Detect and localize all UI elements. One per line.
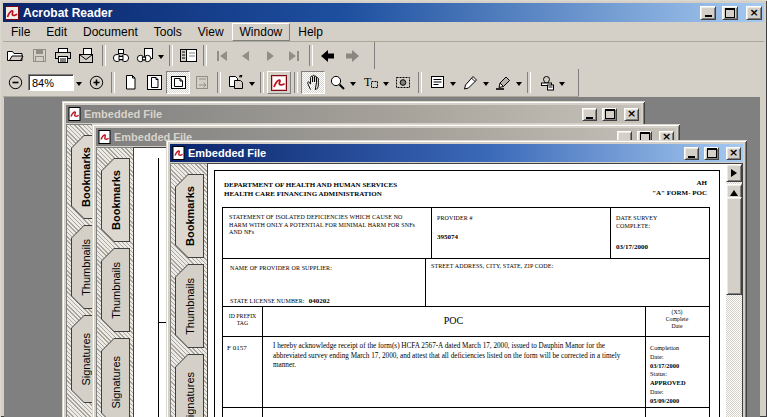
nav-pane-toggle-button[interactable] (726, 164, 742, 182)
nav-pane-button[interactable] (176, 44, 200, 67)
middle-tab-bookmarks[interactable]: Bookmarks (101, 158, 130, 242)
embedded-file-window-front[interactable]: Embedded File × Bookmarks Thumbnails Sig… (166, 140, 747, 417)
toolbar-separator (203, 45, 207, 66)
fit-width-icon (170, 74, 187, 91)
menu-tools[interactable]: Tools (146, 23, 190, 41)
stamp-tool-dropdown-arrow[interactable] (559, 82, 565, 89)
back-window-titlebar[interactable]: Embedded File × (66, 105, 641, 123)
search-button[interactable] (133, 44, 157, 67)
page-layout-button[interactable] (224, 71, 248, 94)
text-select-icon: T (361, 74, 379, 91)
doc-date-survey-value: 03/17/2000 (616, 243, 648, 251)
vertical-scrollbar[interactable] (726, 164, 742, 417)
front-window-minimize-button[interactable] (684, 147, 699, 160)
find-button[interactable] (109, 44, 133, 67)
up-arrow-icon (730, 186, 738, 196)
menu-window[interactable]: Window (232, 23, 291, 41)
front-tab-bookmarks[interactable]: Bookmarks (175, 174, 204, 258)
text-select-button[interactable]: T (358, 71, 382, 94)
page-layout-dropdown-arrow[interactable] (249, 82, 255, 89)
front-window-maximize-button[interactable] (704, 147, 719, 160)
text-select-dropdown-arrow[interactable] (383, 82, 389, 89)
menu-view[interactable]: View (190, 23, 232, 41)
middle-tab-thumbnails[interactable]: Thumbnails (101, 248, 130, 332)
open-icon (6, 47, 24, 64)
stamp-tool-button[interactable] (534, 71, 558, 94)
zoom-out-button[interactable] (3, 71, 27, 94)
fit-page-button[interactable] (142, 71, 166, 94)
doc-col3-header: (X5) Complete Date (645, 309, 709, 330)
pencil-tool-button[interactable] (458, 71, 482, 94)
actual-size-icon (122, 74, 139, 91)
doc-name-label: NAME OF PROVIDER OR SUPPLIER: (230, 265, 332, 273)
back-window-maximize-button[interactable] (602, 108, 617, 121)
app-close-button[interactable]: × (746, 6, 762, 20)
zoom-tool-dropdown-arrow[interactable] (350, 82, 356, 89)
find-icon (112, 47, 130, 64)
highlight-tool-button[interactable] (491, 71, 515, 94)
last-page-button[interactable] (282, 44, 306, 67)
note-tool-dropdown-arrow[interactable] (450, 82, 456, 89)
first-page-button[interactable] (210, 44, 234, 67)
front-window-close-button[interactable]: × (726, 147, 741, 160)
doc-corner-code: AH (697, 179, 708, 188)
acrobat-button[interactable] (267, 71, 291, 94)
actual-size-button[interactable] (118, 71, 142, 94)
go-back-button[interactable] (316, 44, 340, 67)
fit-width-button[interactable] (166, 71, 190, 94)
front-window-titlebar[interactable]: Embedded File × (170, 144, 743, 162)
print-button[interactable] (51, 44, 75, 67)
next-page-button[interactable] (258, 44, 282, 67)
search-dropdown-arrow[interactable] (158, 55, 164, 62)
app-minimize-button[interactable] (700, 6, 716, 20)
doc-street-label: STREET ADDRESS, CITY, STATE, ZIP CODE: (431, 263, 553, 271)
go-forward-button[interactable] (340, 44, 364, 67)
doc-agency-line2: HEALTH CARE FINANCING ADMINISTRATION (224, 190, 382, 199)
open-button[interactable] (3, 44, 27, 67)
note-tool-button[interactable] (425, 71, 449, 94)
email-button[interactable] (75, 44, 99, 67)
scrollbar-thumb[interactable] (726, 197, 742, 295)
back-window-close-button[interactable]: × (624, 108, 639, 121)
right-arrow-icon (731, 169, 741, 177)
pencil-icon (462, 74, 479, 91)
zoom-dropdown-arrow[interactable] (76, 82, 82, 89)
highlight-tool-dropdown-arrow[interactable] (516, 82, 522, 89)
app-maximize-button[interactable] (722, 6, 738, 20)
table-line (431, 208, 432, 258)
zoom-out-icon (7, 74, 24, 91)
graphics-select-icon (394, 74, 412, 91)
pdf-file-icon (172, 146, 185, 160)
zoom-level-input[interactable]: 84% (28, 74, 74, 91)
doc-tag-value: F 0157 (227, 344, 247, 352)
doc-license-row: STATE LICENSE NUMBER: 040202 (230, 289, 330, 307)
forward-icon (343, 48, 361, 64)
hand-tool-button[interactable] (301, 71, 325, 94)
save-button[interactable] (27, 44, 51, 67)
app-titlebar[interactable]: Acrobat Reader × (3, 3, 764, 22)
doc-agency-line1: DEPARTMENT OF HEALTH AND HUMAN SERVICES (224, 181, 397, 190)
zoom-tool-button[interactable] (325, 71, 349, 94)
back-window-title: Embedded File (84, 108, 579, 120)
table-line (223, 258, 709, 259)
pencil-tool-dropdown-arrow[interactable] (483, 82, 489, 89)
prev-page-button[interactable] (234, 44, 258, 67)
front-tab-signatures[interactable]: Signatures (175, 354, 204, 417)
front-document-pane[interactable]: DEPARTMENT OF HEALTH AND HUMAN SERVICES … (207, 163, 743, 417)
graphics-select-button[interactable] (391, 71, 415, 94)
menu-document[interactable]: Document (75, 23, 146, 41)
toolbar-separator (260, 72, 264, 93)
svg-text:T: T (364, 75, 372, 89)
zoom-in-button[interactable] (84, 71, 108, 94)
menu-file[interactable]: File (3, 23, 38, 41)
table-line (223, 407, 709, 408)
front-tab-thumbnails[interactable]: Thumbnails (175, 264, 204, 348)
middle-tab-signatures[interactable]: Signatures (101, 338, 130, 417)
reflow-button[interactable] (190, 71, 214, 94)
doc-col1-header: ID PREFIX TAG (223, 313, 262, 327)
back-window-minimize-button[interactable] (582, 108, 597, 121)
menu-edit[interactable]: Edit (38, 23, 75, 41)
table-line (425, 258, 426, 306)
menu-help[interactable]: Help (290, 23, 331, 41)
stamp-icon (537, 74, 555, 91)
